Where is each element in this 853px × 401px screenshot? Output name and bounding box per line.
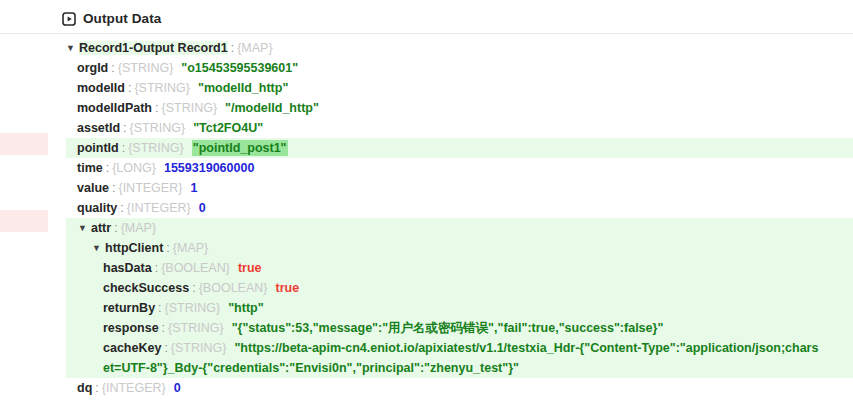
node-value: "http" bbox=[228, 301, 263, 315]
node-key: dq bbox=[77, 381, 92, 395]
node-type-tag: {INTEGER} bbox=[118, 181, 182, 195]
key-separator: : bbox=[122, 141, 125, 155]
node-key: assetId bbox=[77, 121, 120, 135]
key-separator: : bbox=[128, 81, 131, 95]
key-separator: : bbox=[120, 201, 123, 215]
tree-row-checksuccess: checkSuccess:{BOOLEAN}true bbox=[66, 278, 853, 298]
node-type-tag: {STRING} bbox=[162, 101, 218, 115]
node-type-tag: {STRING} bbox=[128, 141, 184, 155]
key-separator: : bbox=[95, 381, 98, 395]
node-type-tag: {STRING} bbox=[130, 121, 186, 135]
node-type-tag: {STRING} bbox=[118, 61, 174, 75]
node-value: 0 bbox=[199, 201, 206, 215]
tree-row-hasdata: hasData:{BOOLEAN}true bbox=[66, 258, 853, 278]
node-type-tag: {STRING} bbox=[134, 81, 190, 95]
tree-row-assetid: assetId:{STRING}"Tct2FO4U" bbox=[66, 118, 853, 138]
key-separator: : bbox=[114, 221, 117, 235]
node-key: httpClient bbox=[105, 241, 163, 255]
node-key: quality bbox=[77, 201, 117, 215]
key-separator: : bbox=[106, 161, 109, 175]
tree-row-cachekey: cacheKey:{STRING}"https://beta-apim-cn4.… bbox=[66, 338, 853, 378]
left-row-marker-pink-2 bbox=[0, 210, 48, 232]
tree-row-returnby: returnBy:{STRING}"http" bbox=[66, 298, 853, 318]
key-separator: : bbox=[123, 121, 126, 135]
key-separator: : bbox=[166, 241, 169, 255]
key-separator: : bbox=[111, 61, 114, 75]
node-key: value bbox=[77, 181, 109, 195]
collapse-caret-icon[interactable]: ▼ bbox=[92, 238, 105, 258]
node-key: pointId bbox=[77, 141, 119, 155]
output-tree: ▼Record1-Output Record1:{MAP}orgId:{STRI… bbox=[66, 38, 853, 398]
tree-row-record1-output-record1: ▼Record1-Output Record1:{MAP} bbox=[66, 38, 853, 58]
node-value: true bbox=[238, 261, 262, 275]
tree-row-httpclient: ▼httpClient:{MAP} bbox=[66, 238, 853, 258]
play-square-icon bbox=[62, 12, 76, 26]
node-type-tag: {STRING} bbox=[168, 321, 224, 335]
node-key: checkSuccess bbox=[103, 281, 189, 295]
left-row-marker-pink-1 bbox=[0, 133, 48, 155]
tree-row-time: time:{LONG}1559319060000 bbox=[66, 158, 853, 178]
panel-title: Output Data bbox=[83, 11, 161, 26]
node-key: returnBy bbox=[103, 301, 155, 315]
node-type-tag: {MAP} bbox=[237, 41, 272, 55]
tree-row-orgid: orgId:{STRING}"o15453595539601" bbox=[66, 58, 853, 78]
tree-row-quality: quality:{INTEGER}0 bbox=[66, 198, 853, 218]
tree-row-attr: ▼attr:{MAP} bbox=[66, 218, 853, 238]
collapse-caret-icon[interactable]: ▼ bbox=[66, 38, 79, 58]
node-value: 1 bbox=[190, 181, 197, 195]
node-type-tag: {INTEGER} bbox=[127, 201, 191, 215]
node-type-tag: {MAP} bbox=[121, 221, 156, 235]
tree-row-response: response:{STRING}"{"status":53,"message"… bbox=[66, 318, 853, 338]
node-key: hasData bbox=[103, 261, 152, 275]
node-value: "pointId_post1" bbox=[192, 140, 288, 156]
tree-row-modelid: modelId:{STRING}"modelId_http" bbox=[66, 78, 853, 98]
output-data-header: Output Data bbox=[0, 0, 853, 34]
node-value: "Tct2FO4U" bbox=[193, 121, 263, 135]
node-key: orgId bbox=[77, 61, 108, 75]
node-key: cacheKey bbox=[103, 341, 161, 355]
key-separator: : bbox=[192, 281, 195, 295]
node-value: "{"status":53,"message":"用户名或密码错误","fail… bbox=[232, 321, 664, 335]
node-type-tag: {STRING} bbox=[165, 301, 221, 315]
node-value: 0 bbox=[174, 381, 181, 395]
node-key: time bbox=[77, 161, 103, 175]
node-type-tag: {INTEGER} bbox=[102, 381, 166, 395]
node-key: response bbox=[103, 321, 159, 335]
node-key: Record1-Output Record1 bbox=[79, 41, 228, 55]
tree-row-modelidpath: modelIdPath:{STRING}"/modelId_http" bbox=[66, 98, 853, 118]
node-value: "modelId_http" bbox=[198, 81, 288, 95]
key-separator: : bbox=[231, 41, 234, 55]
node-type-tag: {BOOLEAN} bbox=[161, 261, 230, 275]
key-separator: : bbox=[158, 301, 161, 315]
key-separator: : bbox=[112, 181, 115, 195]
node-value: "/modelId_http" bbox=[225, 101, 319, 115]
node-key: modelIdPath bbox=[77, 101, 152, 115]
node-type-tag: {BOOLEAN} bbox=[199, 281, 268, 295]
collapse-caret-icon[interactable]: ▼ bbox=[78, 218, 91, 238]
tree-row-pointid: pointId:{STRING}"pointId_post1" bbox=[66, 138, 853, 158]
key-separator: : bbox=[162, 321, 165, 335]
tree-row-value: value:{INTEGER}1 bbox=[66, 178, 853, 198]
node-value: true bbox=[275, 281, 299, 295]
node-type-tag: {MAP} bbox=[173, 241, 208, 255]
tree-row-dq: dq:{INTEGER}0 bbox=[66, 378, 853, 398]
node-key: attr bbox=[91, 221, 111, 235]
node-key: modelId bbox=[77, 81, 125, 95]
key-separator: : bbox=[155, 101, 158, 115]
node-type-tag: {STRING} bbox=[171, 341, 227, 355]
key-separator: : bbox=[164, 341, 167, 355]
node-value: "o15453595539601" bbox=[181, 61, 298, 75]
node-type-tag: {LONG} bbox=[112, 161, 156, 175]
key-separator: : bbox=[155, 261, 158, 275]
node-value: 1559319060000 bbox=[164, 161, 254, 175]
